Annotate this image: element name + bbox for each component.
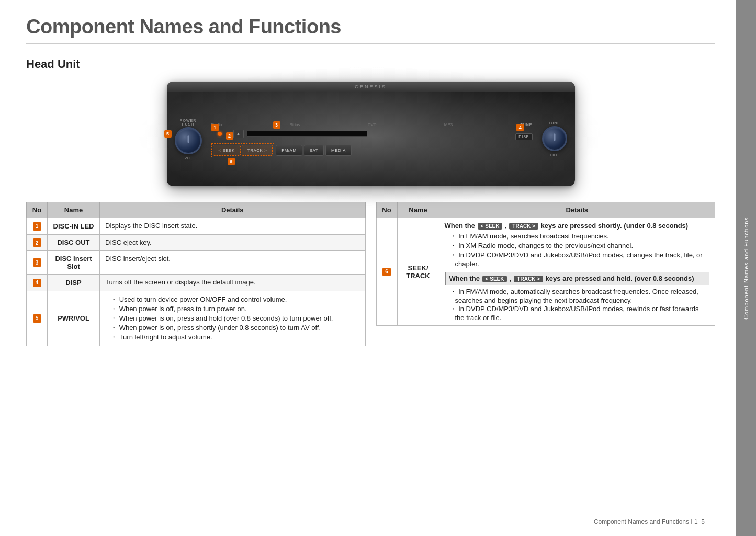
left-col-name: Name xyxy=(48,202,100,218)
bullet2: In XM Radio mode, changes to the previou… xyxy=(450,241,710,250)
device-center: Radio Sirius DVD MP3 TUNE 1 xyxy=(211,95,533,184)
status-sirius: Sirius xyxy=(290,122,300,127)
row1-no: 1 xyxy=(27,218,48,235)
badge-2: 2 xyxy=(226,132,233,140)
disc-insert-slot xyxy=(247,131,367,137)
row1-name: DISC-IN LED xyxy=(48,218,100,235)
row3-no: 3 xyxy=(27,251,48,275)
tune-label: TUNE xyxy=(548,121,560,125)
row5-no: 5 xyxy=(27,291,48,346)
button-row: 6 < SEEK TRACK > FM/AM SAT MEDIA xyxy=(211,143,533,157)
fm-am-button[interactable]: FM/AM xyxy=(276,145,302,156)
device-body: POWERPUSH VOL 5 Radio Sirius xyxy=(167,92,575,186)
row2-details: DISC eject key. xyxy=(100,234,366,251)
device-top-bar: GENESIS xyxy=(167,82,575,92)
bullet4: In FM/AM mode, automatically searches br… xyxy=(450,287,710,304)
disc-row: 1 2 ▲ 3 xyxy=(211,128,533,140)
head-unit-device: GENESIS POWERPUSH VOL 5 xyxy=(167,82,575,186)
tune-knob[interactable] xyxy=(542,126,567,151)
row3-name: DISC InsertSlot xyxy=(48,251,100,275)
row2-name: DISC OUT xyxy=(48,234,100,251)
file-label: FILE xyxy=(550,153,558,157)
status-row: Radio Sirius DVD MP3 TUNE xyxy=(211,121,533,128)
pressed-shortly-intro: When the xyxy=(445,222,477,230)
page-title: Component Names and Functions xyxy=(26,16,715,44)
bullet5: In DVDP CD/MP3/DVD and Jukebox/USB/iPod … xyxy=(450,304,710,322)
bullet3: In DVDP CD/MP3/DVD and Jukebox/USB/iPod … xyxy=(450,250,710,268)
vol-label: VOL xyxy=(184,156,191,160)
track-button[interactable]: TRACK > xyxy=(242,145,273,156)
media-button[interactable]: MEDIA xyxy=(325,145,352,156)
head-unit-image: GENESIS POWERPUSH VOL 5 xyxy=(26,82,715,186)
row4-no: 4 xyxy=(27,275,48,291)
right-col-details: Details xyxy=(439,202,715,218)
badge-6: 6 xyxy=(228,158,235,165)
row5-name: PWR/VOL xyxy=(48,291,100,346)
power-vol-section: POWERPUSH VOL 5 xyxy=(175,119,202,160)
power-push-label: POWERPUSH xyxy=(180,119,196,126)
side-tab: Component Names and Functions xyxy=(736,0,756,536)
bullet1: In FM/AM mode, searches broadcast freque… xyxy=(450,232,710,241)
row2-no: 2 xyxy=(27,234,48,251)
status-dvd: DVD xyxy=(368,122,377,127)
seek-key-badge2: < SEEK xyxy=(482,276,507,282)
pressed-held-intro: When the xyxy=(449,275,482,282)
table-row: 2 DISC OUT DISC eject key. xyxy=(27,234,366,251)
disp-button[interactable]: DISP xyxy=(515,133,532,140)
right-table: No Name Details 6 SEEK/TRACK When the xyxy=(376,202,716,346)
table-row: 4 DISP Turns off the screen or displays … xyxy=(27,275,366,291)
left-col-no: No xyxy=(27,202,48,218)
seek-key-badge: < SEEK xyxy=(478,223,503,230)
table-row: 6 SEEK/TRACK When the < SEEK , TRACK > k… xyxy=(376,218,715,326)
track-key-badge: TRACK > xyxy=(509,223,538,230)
row6-details: When the < SEEK , TRACK > keys are press… xyxy=(439,218,715,326)
row6-name: SEEK/TRACK xyxy=(397,218,439,326)
badge-4: 4 xyxy=(516,124,524,131)
badge-1: 1 xyxy=(211,124,219,131)
row3-details: DISC insert/eject slot. xyxy=(100,251,366,275)
row5-details: Used to turn device power ON/OFF and con… xyxy=(100,291,366,346)
table-row: 3 DISC InsertSlot DISC insert/eject slot… xyxy=(27,251,366,275)
page-footer: Component Names and Functions I 1–5 xyxy=(594,518,705,526)
row4-details: Turns off the screen or displays the def… xyxy=(100,275,366,291)
power-vol-knob[interactable] xyxy=(175,127,202,154)
pressed-held-text: keys are pressed and held. (over 0.8 sec… xyxy=(546,275,694,282)
table-row: 5 PWR/VOL Used to turn device power ON/O… xyxy=(27,291,366,346)
disc-in-led xyxy=(218,132,222,136)
sat-button[interactable]: SAT xyxy=(304,145,324,156)
left-table: No Name Details 1 DISC-IN LED Displays t… xyxy=(26,202,366,346)
tune-section: TUNE FILE xyxy=(542,121,567,157)
tables-container: No Name Details 1 DISC-IN LED Displays t… xyxy=(26,202,715,346)
status-mp3: MP3 xyxy=(444,122,453,127)
seek-button[interactable]: < SEEK xyxy=(213,145,241,156)
row1-details: Displays the DISC insert state. xyxy=(100,218,366,235)
disc-out-button[interactable]: ▲ xyxy=(233,130,244,138)
row6-no: 6 xyxy=(376,218,397,326)
row4-name: DISP xyxy=(48,275,100,291)
brand-label: GENESIS xyxy=(355,84,387,89)
table-row: 1 DISC-IN LED Displays the DISC insert s… xyxy=(27,218,366,235)
pressed-shortly-text: keys are pressed shortly. (under 0.8 sec… xyxy=(541,222,689,230)
badge-5: 5 xyxy=(164,130,172,138)
side-tab-text: Component Names and Functions xyxy=(743,212,749,325)
badge-3: 3 xyxy=(273,121,280,129)
track-key-badge2: TRACK > xyxy=(514,276,543,282)
